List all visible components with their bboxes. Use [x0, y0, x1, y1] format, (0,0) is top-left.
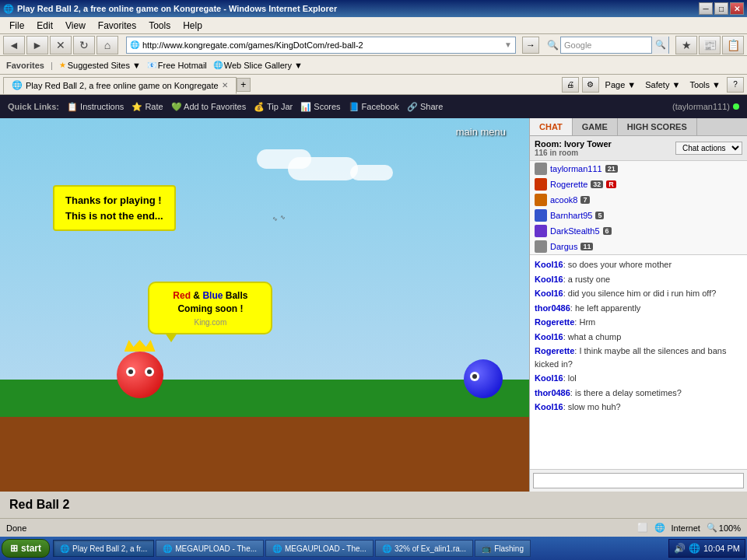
taskbar-label-2: MEGAUPLOAD - The...	[175, 544, 257, 553]
menu-file[interactable]: File	[3, 19, 30, 33]
add-favorites-link[interactable]: 💚 Add to Favorites	[171, 102, 247, 112]
main-menu-button[interactable]: main menu	[456, 126, 506, 138]
user-item-acook8[interactable]: acook8 7	[530, 192, 747, 208]
user-item-darkstealth[interactable]: DarkStealth5 6	[530, 223, 747, 239]
ball-eye-right	[145, 367, 154, 376]
tab-game[interactable]: GAME	[573, 118, 618, 135]
tab-chat[interactable]: CHAT	[530, 118, 573, 135]
user-level-barnhart: 5	[595, 212, 604, 219]
msg-sender-5[interactable]: Rogerette	[535, 317, 574, 327]
taskbar-item-5[interactable]: 📺 Flashing	[475, 540, 531, 557]
zoom-control[interactable]: 🔍 100%	[707, 523, 741, 533]
thanks-line2: This is not the end...	[65, 208, 163, 224]
user-item-barnhart[interactable]: Barnhart95 5	[530, 208, 747, 223]
start-button[interactable]: ⊞ start	[2, 539, 50, 558]
minimize-button[interactable]: ─	[699, 2, 713, 15]
suggested-sites-link[interactable]: ★ Suggested Sites ▼	[59, 61, 141, 70]
favorites-button[interactable]: ★	[675, 36, 697, 54]
chat-messages: Kool16: so does your whore mother Kool16…	[530, 255, 747, 469]
menu-help[interactable]: Help	[177, 19, 209, 33]
refresh-button[interactable]: ↻	[73, 36, 95, 54]
msg-4: thor0486: he left apparently	[535, 302, 742, 315]
menu-edit[interactable]: Edit	[30, 19, 59, 33]
maximize-button[interactable]: □	[714, 2, 728, 15]
username-display: (taylorman111)	[672, 102, 730, 111]
free-hotmail-link[interactable]: 📧 Free Hotmail	[147, 61, 207, 70]
taskbar-item-3[interactable]: 🌐 MEGAUPLOAD - The...	[265, 540, 374, 557]
scores-link[interactable]: 📊 Scores	[300, 102, 340, 112]
cloud-3	[350, 165, 393, 180]
print-button[interactable]: 🖨	[562, 77, 579, 93]
msg-sender-4[interactable]: thor0486	[535, 303, 570, 313]
taskbar-item-4[interactable]: 🌐 32% of Ex_alin1.ra...	[375, 540, 473, 557]
dropdown-icon[interactable]: ▼	[504, 40, 512, 49]
kong-header: Quick Links: 📋 Instructions ⭐ Rate 💚 Add…	[0, 95, 747, 118]
blue-eye-left	[470, 372, 479, 381]
msg-9: thor0486: is there a delay sometimes?	[535, 387, 742, 400]
chat-actions-select[interactable]: Chat actions	[675, 142, 742, 155]
chat-input[interactable]	[533, 473, 744, 488]
tab-active[interactable]: 🌐 Play Red Ball 2, a free online game on…	[3, 77, 237, 94]
msg-sender-6[interactable]: Kool16	[535, 332, 563, 341]
msg-6: Kool16: what a chump	[535, 331, 742, 344]
facebook-link[interactable]: 📘 Facebook	[349, 102, 399, 112]
help-button[interactable]: ?	[727, 77, 744, 93]
go-button[interactable]: →	[522, 37, 539, 54]
msg-sender-3[interactable]: Kool16	[535, 289, 563, 298]
user-item-dargus[interactable]: Dargus 11	[530, 239, 747, 254]
close-button[interactable]: ✕	[730, 2, 744, 15]
tip-jar-link[interactable]: 💰 Tip Jar	[254, 102, 293, 112]
nav-right-tools: 🖨 ⚙ Page ▼ Safety ▼ Tools ▼ ?	[562, 77, 744, 93]
taskbar-item-2[interactable]: 🌐 MEGAUPLOAD - The...	[156, 540, 264, 557]
user-avatar-taylorman	[535, 163, 547, 175]
user-name-acook8: acook8	[550, 195, 577, 205]
msg-1: Kool16: so does your whore mother	[535, 258, 742, 271]
thanks-line1: Thanks for playing !	[65, 193, 163, 208]
search-input[interactable]: Google	[561, 40, 651, 50]
browser-title: Play Red Ball 2, a free online game on K…	[17, 4, 337, 13]
msg-sender-1[interactable]: Kool16	[535, 260, 563, 269]
rate-link[interactable]: ⭐ Rate	[132, 102, 163, 112]
forward-button[interactable]: ►	[26, 36, 48, 54]
safety-menu[interactable]: Safety ▼	[642, 80, 683, 89]
system-clock: 10:04 PM	[703, 544, 740, 553]
history-button[interactable]: 📋	[722, 36, 744, 54]
cloud-2	[288, 157, 358, 180]
msg-text-9: : is there a delay sometimes?	[570, 388, 682, 397]
tools-btn2[interactable]: ⚙	[582, 77, 599, 93]
msg-sender-7[interactable]: Rogerette	[535, 346, 574, 355]
msg-sender-10[interactable]: Kool16	[535, 402, 563, 411]
msg-10: Kool16: slow mo huh?	[535, 401, 742, 414]
msg-text-3: : did you silence him or did i run him o…	[563, 289, 717, 298]
home-button[interactable]: ⌂	[96, 36, 118, 54]
menu-tools[interactable]: Tools	[142, 19, 177, 33]
web-slice-gallery-link[interactable]: 🌐 Web Slice Gallery ▼	[213, 61, 303, 70]
address-bar[interactable]: 🌐 http://www.kongregate.com/games/KingDo…	[126, 37, 516, 54]
taskbar-item-1[interactable]: 🌐 Play Red Ball 2, a fr...	[53, 540, 154, 557]
tab-close-button[interactable]: ✕	[222, 81, 228, 89]
ball-crown	[124, 340, 156, 352]
back-button[interactable]: ◄	[3, 36, 25, 54]
zone-text: Internet	[672, 523, 700, 533]
user-item-taylorman[interactable]: taylorman111 21	[530, 161, 747, 177]
page-menu[interactable]: Page ▼	[602, 80, 640, 89]
search-button[interactable]: 🔍	[651, 37, 668, 54]
tab-high-scores[interactable]: HIGH SCORES	[618, 118, 697, 135]
game-area: ∿ ∿ ∿ ∿ Thanks for playing ! This is not…	[0, 118, 529, 492]
share-link[interactable]: 🔗 Share	[407, 102, 443, 112]
menu-favorites[interactable]: Favorites	[92, 19, 142, 33]
tray-icon-1: 🔊	[674, 543, 686, 554]
msg-sender-8[interactable]: Kool16	[535, 373, 563, 383]
tools-menu[interactable]: Tools ▼	[686, 80, 724, 89]
menu-view[interactable]: View	[59, 19, 92, 33]
user-item-rogerette[interactable]: Rogerette 32 R	[530, 177, 747, 192]
msg-sender-9[interactable]: thor0486	[535, 388, 570, 397]
feeds-button[interactable]: 📰	[699, 36, 721, 54]
taskbar-label-4: 32% of Ex_alin1.ra...	[395, 544, 466, 553]
stop-button[interactable]: ✕	[50, 36, 72, 54]
msg-sender-2[interactable]: Kool16	[535, 275, 563, 284]
tray-icon-2: 🌐	[689, 543, 700, 554]
instructions-link[interactable]: 📋 Instructions	[67, 102, 124, 112]
user-level-acook8: 7	[580, 196, 589, 204]
new-tab-button[interactable]: +	[237, 78, 251, 92]
